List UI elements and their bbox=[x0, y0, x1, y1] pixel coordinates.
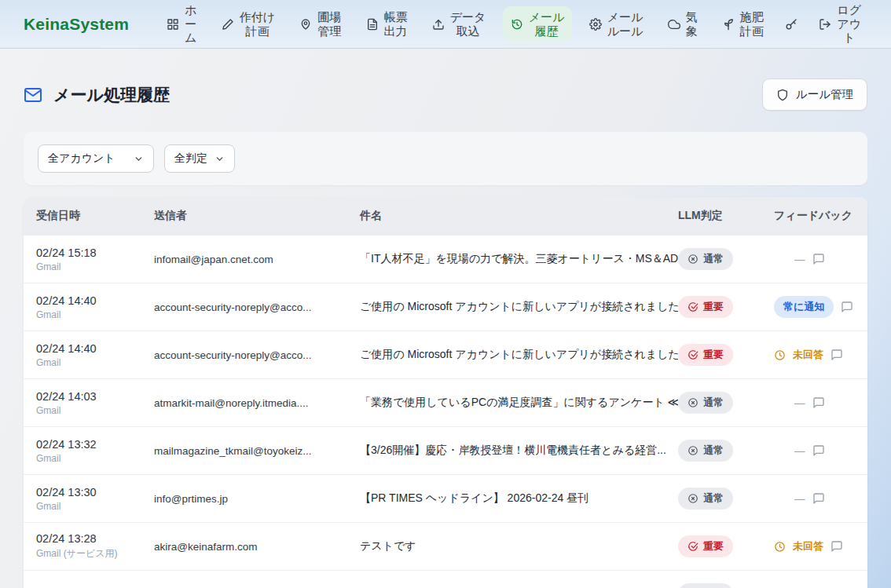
nav-item-weather[interactable]: 気 象 bbox=[660, 6, 706, 42]
comment-bubble-icon[interactable] bbox=[830, 540, 843, 553]
gear-icon bbox=[589, 18, 602, 31]
feedback-cell: 未回答 bbox=[774, 539, 855, 553]
feedback-cell: — bbox=[774, 396, 855, 409]
comment-bubble-icon[interactable] bbox=[812, 253, 825, 265]
nav-item-report-output[interactable]: 帳票 出力 bbox=[358, 6, 416, 42]
judgment-badge: 重要 bbox=[678, 344, 733, 366]
clock-icon bbox=[774, 541, 786, 553]
circle-x-icon bbox=[688, 493, 698, 504]
nav-item-label: メール 履歴 bbox=[529, 10, 565, 38]
feedback-label: — bbox=[794, 445, 805, 457]
nav-item-logout[interactable]: ログ アウ ト bbox=[811, 0, 869, 49]
nav-item-fertilizer-plan[interactable]: 施肥 計画 bbox=[714, 6, 772, 42]
nav-item-mail-history[interactable]: メール 履歴 bbox=[503, 6, 573, 42]
circle-x-icon bbox=[688, 254, 698, 265]
feedback-label: — bbox=[794, 254, 805, 265]
nav-item-mail-rules[interactable]: メール ルール bbox=[581, 6, 651, 42]
feedback-cell: — bbox=[774, 253, 855, 265]
comment-bubble-icon[interactable] bbox=[812, 492, 825, 505]
circle-check-icon bbox=[688, 349, 698, 360]
document-icon bbox=[366, 18, 379, 31]
shield-icon bbox=[776, 89, 789, 101]
feedback-label: — bbox=[794, 397, 805, 409]
table-row[interactable]: 02/24 15:18 Gmail infomail@japan.cnet.co… bbox=[24, 235, 867, 283]
account-label: Gmail bbox=[36, 261, 154, 272]
feedback-cell: — bbox=[774, 492, 855, 505]
filter-bar: 全アカウント 全判定 bbox=[24, 132, 867, 185]
received-datetime: 02/24 14:40 bbox=[36, 342, 154, 355]
table-row[interactable]: 02/24 12:10 digital@kochinews.jp 四万十福祉専門… bbox=[24, 570, 867, 588]
comment-bubble-icon[interactable] bbox=[812, 444, 825, 457]
received-datetime: 02/24 13:32 bbox=[36, 438, 154, 451]
mail-subject: テストです bbox=[360, 539, 678, 553]
sender-email: infomail@japan.cnet.com bbox=[154, 254, 360, 265]
brand-logo[interactable]: KeinaSystem bbox=[24, 15, 129, 34]
judgment-label: 通常 bbox=[703, 252, 724, 266]
chevron-down-icon bbox=[214, 154, 225, 164]
judgment-badge: 通常 bbox=[678, 583, 733, 588]
table-header-row: 受信日時 送信者 件名 LLM判定 フィードバック bbox=[24, 197, 867, 235]
nav-item-password-key[interactable] bbox=[780, 14, 802, 35]
logout-icon bbox=[819, 18, 831, 31]
account-label: Gmail bbox=[36, 309, 154, 320]
judgment-badge: 通常 bbox=[678, 392, 733, 414]
judgment-badge: 通常 bbox=[678, 488, 733, 509]
received-datetime: 02/24 14:40 bbox=[36, 294, 154, 307]
grid-icon bbox=[167, 18, 179, 31]
table-row[interactable]: 02/24 13:28 Gmail (サービス用) akira@keinafar… bbox=[24, 522, 867, 570]
table-row[interactable]: 02/24 14:40 Gmail account-security-norep… bbox=[24, 331, 867, 378]
mail-icon bbox=[24, 86, 42, 104]
title-row: メール処理履歴 ルール管理 bbox=[24, 79, 867, 111]
circle-x-icon bbox=[688, 397, 698, 408]
cloud-icon bbox=[668, 18, 680, 31]
nav-item-label: ホ ー ム bbox=[185, 3, 196, 45]
account-label: Gmail bbox=[36, 357, 154, 368]
table-row[interactable]: 02/24 14:03 Gmail atmarkit-mail@noreply.… bbox=[24, 378, 867, 426]
account-label: Gmail bbox=[36, 405, 154, 416]
comment-bubble-icon[interactable] bbox=[841, 301, 853, 313]
circle-check-icon bbox=[688, 301, 698, 312]
page-title: メール処理履歴 bbox=[24, 84, 170, 106]
feedback-cell: 常に通知 bbox=[774, 296, 855, 318]
nav-item-data-import[interactable]: データ 取込 bbox=[424, 6, 494, 42]
rule-management-button[interactable]: ルール管理 bbox=[762, 79, 867, 111]
top-navbar: KeinaSystem ホ ー ム 作付け 計画 圃場 管理 帳票 出力 データ… bbox=[0, 0, 891, 49]
feedback-label: 未回答 bbox=[793, 348, 823, 362]
column-header-received: 受信日時 bbox=[36, 209, 154, 223]
judgment-label: 重要 bbox=[703, 539, 724, 553]
comment-bubble-icon[interactable] bbox=[812, 396, 825, 409]
feedback-cell: 未回答 bbox=[774, 348, 855, 362]
judgment-filter-value: 全判定 bbox=[174, 152, 207, 166]
judgment-label: 通常 bbox=[703, 396, 724, 410]
nav-item-label: 圃場 管理 bbox=[317, 10, 341, 38]
feedback-cell: — bbox=[774, 444, 855, 457]
pencil-icon bbox=[222, 18, 234, 31]
nav-item-planting-plan[interactable]: 作付け 計画 bbox=[214, 6, 283, 42]
upload-icon bbox=[432, 18, 445, 31]
judgment-badge: 重要 bbox=[678, 535, 733, 557]
received-datetime: 02/24 15:18 bbox=[36, 247, 154, 259]
judgment-label: 通常 bbox=[703, 491, 724, 506]
account-label: Gmail bbox=[36, 453, 154, 464]
key-icon bbox=[785, 18, 798, 31]
nav-item-label: 施肥 計画 bbox=[740, 10, 764, 38]
sender-email: info@prtimes.jp bbox=[154, 493, 360, 505]
nav-item-home[interactable]: ホ ー ム bbox=[159, 0, 204, 49]
chevron-down-icon bbox=[134, 154, 144, 164]
received-datetime: 02/24 13:28 bbox=[36, 532, 154, 545]
judgment-filter-select[interactable]: 全判定 bbox=[164, 144, 235, 173]
account-filter-select[interactable]: 全アカウント bbox=[38, 144, 154, 173]
judgment-label: 重要 bbox=[703, 300, 724, 314]
sender-email: atmarkit-mail@noreply.itmedia.... bbox=[154, 397, 360, 409]
mail-subject: ご使用の Microsoft アカウントに新しいアプリが接続されました bbox=[360, 300, 678, 314]
account-label: Gmail bbox=[36, 501, 154, 512]
nav-item-field-management[interactable]: 圃場 管理 bbox=[292, 6, 349, 42]
column-header-subject: 件名 bbox=[360, 209, 678, 223]
table-row[interactable]: 02/24 14:40 Gmail account-security-norep… bbox=[24, 283, 867, 331]
column-header-sender: 送信者 bbox=[154, 209, 360, 223]
comment-bubble-icon[interactable] bbox=[830, 349, 843, 361]
table-row[interactable]: 02/24 13:30 Gmail info@prtimes.jp 【PR TI… bbox=[24, 474, 867, 522]
sender-email: akira@keinafarm.com bbox=[154, 541, 360, 553]
table-row[interactable]: 02/24 13:32 Gmail mailmagazine_tkmail@to… bbox=[24, 426, 867, 474]
received-datetime: 02/24 14:03 bbox=[36, 390, 154, 403]
